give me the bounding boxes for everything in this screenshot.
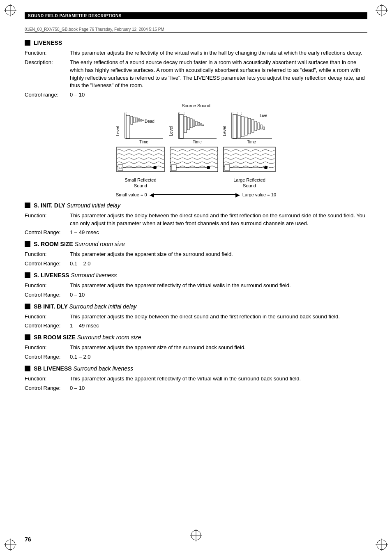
small-value-label: Small value = 0 <box>116 192 147 197</box>
svg-rect-16 <box>126 115 130 138</box>
sb-init-dly-def-table: Function: This parameter adjusts the del… <box>25 313 367 321</box>
svg-rect-18 <box>134 117 135 123</box>
section-s-liveness: S. LIVENESS Surround liveness Function: … <box>25 272 367 299</box>
corner-mark-tr <box>376 4 388 16</box>
s-liveness-control-range: Control Range: 0 – 10 <box>25 291 367 299</box>
svg-point-69 <box>264 166 267 169</box>
heading-bullet <box>25 241 30 247</box>
middle-room-label <box>193 177 194 183</box>
svg-rect-22 <box>143 120 143 121</box>
svg-rect-53 <box>263 127 265 129</box>
s-room-size-def-table: Function: This parameter adjusts the app… <box>25 251 367 258</box>
corner-mark-tl <box>4 4 16 16</box>
svg-rect-35 <box>198 122 200 125</box>
large-value-label: Large value = 10 <box>242 192 276 197</box>
s-room-size-function-row: Function: This parameter adjusts the app… <box>25 251 367 258</box>
section-s-init-dly: S. INIT. DLY Surround initial delay Func… <box>25 202 367 237</box>
heading-bullet <box>25 40 30 46</box>
sb-liveness-def-table: Function: This parameter adjusts the app… <box>25 375 367 383</box>
svg-rect-19 <box>136 118 138 122</box>
s-liveness-def-table: Function: This parameter adjusts the app… <box>25 282 367 290</box>
s-liveness-heading: S. LIVENESS Surround liveness <box>25 272 367 279</box>
section-sb-init-dly: SB INIT. DLY Surround back initial delay… <box>25 303 367 330</box>
diagram-dead: Level Time <box>116 111 165 145</box>
svg-text:Dead: Dead <box>145 119 154 124</box>
svg-rect-33 <box>193 120 195 127</box>
center-crosshair <box>190 529 202 543</box>
svg-rect-46 <box>241 116 244 137</box>
room-dead-svg: □ <box>116 146 165 177</box>
svg-text:Level: Level <box>223 126 227 136</box>
diagram-middle: Level Time <box>169 111 219 145</box>
header-title: SOUND FIELD PARAMETER DESCRIPTIONS <box>28 14 122 18</box>
large-reflected-label: Large ReflectedSound <box>233 177 265 189</box>
heading-bullet <box>25 304 30 309</box>
sb-room-size-heading: SB ROOM SIZE Surround back room size <box>25 334 367 341</box>
heading-bullet <box>25 334 30 340</box>
svg-rect-34 <box>196 121 197 126</box>
svg-rect-48 <box>248 118 251 134</box>
s-liveness-function-row: Function: This parameter adjusts the app… <box>25 282 367 290</box>
svg-rect-51 <box>258 123 260 129</box>
header-bar: SOUND FIELD PARAMETER DESCRIPTIONS <box>25 12 367 19</box>
svg-rect-32 <box>190 119 192 128</box>
svg-text:Live: Live <box>260 113 267 118</box>
svg-text:Time: Time <box>139 140 148 144</box>
room-live-svg <box>223 146 276 177</box>
svg-rect-45 <box>238 115 240 138</box>
heading-bullet <box>25 366 30 371</box>
sb-init-dly-control-range: Control Range: 1 – 49 msec <box>25 322 367 330</box>
diagrams-row: Level Time <box>116 111 276 145</box>
liveness-diagram: Source Sound Level Time <box>25 103 367 198</box>
svg-rect-50 <box>255 121 257 131</box>
heading-bullet <box>25 203 30 208</box>
svg-rect-37 <box>203 125 204 126</box>
live-chart-svg: Level Time <box>223 111 276 145</box>
value-arrow-row: Small value = 0 ◀ ▶ Large value = 10 <box>116 191 276 198</box>
middle-chart-svg: Level Time <box>169 111 219 145</box>
liveness-description-row: Description: The early reflections of a … <box>25 59 367 90</box>
sb-init-dly-heading: SB INIT. DLY Surround back initial delay <box>25 303 367 310</box>
sb-liveness-heading: SB LIVENESS Surround back liveness <box>25 365 367 372</box>
page-number: 76 <box>25 536 31 543</box>
sb-liveness-function-row: Function: This parameter adjusts the app… <box>25 375 367 383</box>
svg-text:Level: Level <box>116 126 120 136</box>
svg-rect-29 <box>180 115 183 138</box>
section-s-room-size: S. ROOM SIZE Surround room size Function… <box>25 241 367 268</box>
room-middle <box>169 146 219 183</box>
liveness-heading: LIVENESS <box>25 39 367 46</box>
svg-text:Time: Time <box>193 140 202 144</box>
svg-rect-30 <box>184 116 187 133</box>
svg-rect-68 <box>225 165 230 170</box>
file-info: 01EN_00_RXV750_GB.book Page 76 Thursday,… <box>25 26 367 33</box>
small-reflected-label: Small ReflectedSound <box>125 177 156 189</box>
svg-rect-17 <box>131 116 133 124</box>
svg-rect-52 <box>261 125 262 129</box>
svg-point-65 <box>207 166 210 169</box>
corner-mark-br <box>376 539 388 551</box>
sb-room-size-function-row: Function: This parameter adjusts the app… <box>25 344 367 352</box>
section-sb-room-size: SB ROOM SIZE Surround back room size Fun… <box>25 334 367 361</box>
source-sound-label: Source Sound <box>182 103 210 108</box>
heading-bullet <box>25 272 30 278</box>
s-init-dly-heading: S. INIT. DLY Surround initial delay <box>25 202 367 209</box>
room-live: Large ReflectedSound <box>223 146 276 189</box>
sb-room-size-control-range: Control Range: 0.1 – 2.0 <box>25 353 367 361</box>
svg-point-61 <box>153 166 157 169</box>
svg-text:Level: Level <box>169 126 173 136</box>
svg-rect-49 <box>251 120 254 132</box>
s-init-dly-control-range: Control Range: 1 – 49 msec <box>25 229 367 237</box>
svg-rect-20 <box>138 119 140 121</box>
room-dead: □ Small ReflectedSound <box>116 146 165 189</box>
s-room-size-control-range: Control Range: 0.1 – 2.0 <box>25 260 367 268</box>
dead-chart-svg: Level Time <box>116 111 165 145</box>
room-middle-svg <box>169 146 219 177</box>
diagram-live: Level Time <box>223 111 276 145</box>
s-room-size-heading: S. ROOM SIZE Surround room size <box>25 241 367 247</box>
s-init-dly-function-row: Function: This parameter adjusts the del… <box>25 212 367 228</box>
liveness-control-range: Control range: 0 – 10 <box>25 91 367 99</box>
s-init-dly-def-table: Function: This parameter adjusts the del… <box>25 212 367 228</box>
liveness-function-row: Function: This parameter adjusts the ref… <box>25 49 367 57</box>
section-liveness: LIVENESS Function: This parameter adjust… <box>25 39 367 198</box>
section-sb-liveness: SB LIVENESS Surround back liveness Funct… <box>25 365 367 392</box>
